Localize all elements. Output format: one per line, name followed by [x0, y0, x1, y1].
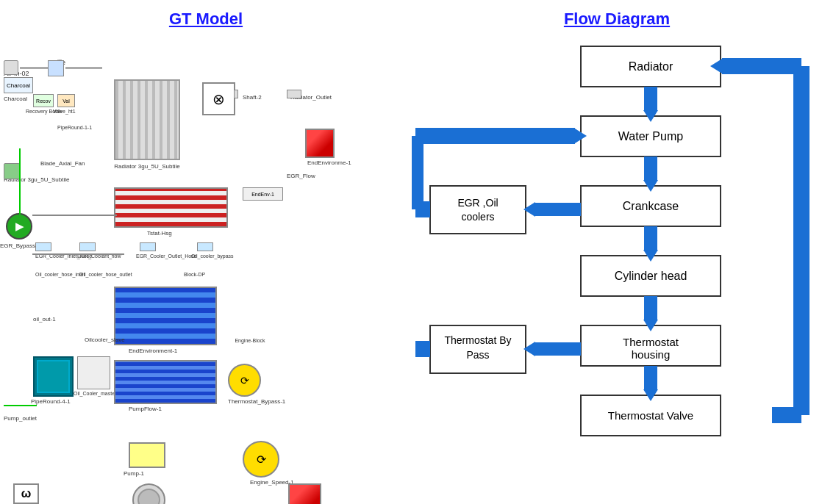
svg-text:Radiator: Radiator [629, 60, 673, 73]
engine-block-icon [33, 356, 74, 397]
h-pipe-egr [32, 215, 117, 216]
svg-text:EGR ,Oil: EGR ,Oil [457, 197, 498, 209]
thermostat-bypass-line [4, 400, 37, 411]
oil-cooler-slave [114, 287, 217, 345]
h-pipe-oil [32, 253, 124, 255]
svg-rect-13 [430, 186, 526, 234]
tstat-valve-icon [4, 163, 20, 179]
piperound-4-label: Oil_Cooler_master [74, 391, 116, 396]
oil-cooler-master-icon [114, 360, 217, 404]
engine-block-label: PipeRound-4-1 [31, 398, 71, 405]
pipe-h1 [20, 67, 48, 69]
pump-1-label: Engine_Speed-1 [250, 479, 294, 486]
svg-text:Thermostat By: Thermostat By [444, 334, 511, 346]
tstat-hsg-icon: ▶ [6, 213, 32, 240]
thermostat-bypass-label: Pump_outlet [0, 415, 40, 422]
svg-text:Water Pump: Water Pump [618, 130, 683, 143]
rad-air-out-icon [234, 90, 238, 98]
svg-text:coolers: coolers [461, 211, 494, 223]
flow-diagram-panel: Flow Diagram Radiator Water Pump Crankca… [412, 0, 822, 504]
pump-flow-icon: ⟳ [228, 364, 261, 397]
egr-flow-label: Tstat-Hsg [147, 230, 172, 237]
egr-bypass-icon [35, 242, 51, 251]
block-dp-label: oil_out-1 [33, 316, 56, 323]
piperound-label: PipeRound-1-1 [57, 125, 92, 130]
egr-flow-icon [114, 187, 228, 228]
engine-speed-icon: ω [13, 483, 39, 504]
svg-text:Crankcase: Crankcase [623, 200, 679, 212]
pump-outlet-icon [129, 442, 165, 468]
tstat-hsg-label: EGR_Bypass [0, 242, 35, 249]
svg-text:Cylinder head: Cylinder head [615, 270, 687, 282]
gt-model-panel: GT Model Air-In-02 Grille Charcoal Charc… [0, 0, 412, 504]
egr-coolant-label: EGR_Cooler_Outlet_Hose [136, 253, 197, 259]
charcoal-label: Charcoal [4, 96, 27, 102]
radiator-subtitle: Radiator 3gu_5U_Subtile [110, 163, 184, 170]
fan-icon: ⊗ [202, 82, 235, 115]
oil-cooler-master-label: PumpFlow-1 [129, 406, 162, 412]
green-line-left [19, 148, 21, 215]
radiator-block-gt [114, 79, 180, 160]
pulley-icon [132, 483, 165, 504]
svg-text:Pass: Pass [466, 349, 489, 361]
piperound-4-icon [77, 356, 110, 389]
shaft-2-label: EndEnvironme-1 [307, 159, 351, 166]
shaft-2-icon [305, 129, 335, 158]
svg-text:housing: housing [632, 348, 671, 361]
pipe-h2 [65, 67, 102, 69]
radiator-inlet-label: Blade_Axial_Fan [40, 160, 85, 167]
egr-coolant-icon [140, 242, 156, 251]
pump-1-icon: ⟳ [243, 441, 279, 478]
end-env-icon: EndEnv-1 [243, 187, 283, 201]
recovery-icon: Recov [33, 94, 54, 107]
valve-icon: Val [57, 94, 75, 107]
radiator-outlet-label: EGR_Flow [287, 173, 315, 179]
egr-cooler-outlet-label: Oil_cooler_bypass [191, 253, 234, 259]
rad-air-out-label: Shaft-2 [243, 94, 262, 101]
oil-hose-outlet-label: Block-DP [184, 272, 205, 277]
flow-diagram-svg: Radiator Water Pump Crankcase Cylinder h… [412, 28, 822, 504]
svg-text:Thermostat: Thermostat [623, 336, 679, 348]
charcoal-icon: Charcoal [4, 77, 33, 93]
oil-hose-inlet-label: Oil_cooler_hose_outlet [79, 272, 132, 277]
egr-inlet-icon [79, 242, 96, 251]
grille-icon [48, 60, 64, 76]
pump-outlet-label: Pump-1 [124, 470, 144, 477]
svg-text:Thermostat Valve: Thermostat Valve [608, 409, 693, 422]
oil-bypass-label: Oil_cooler_hose_inlet [35, 272, 85, 277]
air-out-02-icon [287, 90, 301, 98]
shaft-1-icon [288, 483, 321, 504]
egr-outlet-icon [197, 242, 213, 251]
gt-canvas: Air-In-02 Grille Charcoal Charcoal Recov… [0, 29, 412, 504]
end-env-1-label: Engine-Block [228, 338, 272, 343]
oil-out-label: Oilcooler_slave [85, 336, 125, 343]
air-in-icon [4, 60, 18, 75]
valve-label: Valve_ht1 [53, 109, 76, 114]
pump-flow-label: Thermostat_Bypass-1 [228, 398, 285, 405]
oilcooler-slave-label: EndEnvironment-1 [129, 348, 177, 354]
